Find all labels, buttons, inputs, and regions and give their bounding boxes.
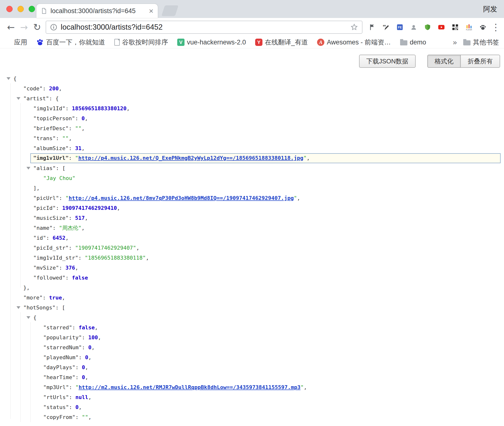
- json-line: "img1v1Id_str": "18569651883380118",: [0, 253, 504, 263]
- forward-icon[interactable]: →: [17, 22, 31, 33]
- reload-icon[interactable]: ↻: [31, 22, 44, 33]
- json-line: "alias": [: [0, 163, 504, 173]
- qr-code-extension-icon[interactable]: [450, 22, 460, 32]
- bookmarks-overflow-icon[interactable]: »: [453, 38, 457, 46]
- json-line: "Jay Chou": [0, 173, 504, 183]
- json-punctuation: ,: [82, 125, 85, 131]
- bookmark-item[interactable]: Vvue-hackernews-2.0: [177, 39, 246, 46]
- new-tab-button[interactable]: [161, 5, 178, 16]
- bookmark-label: 在线翻译_有道: [265, 38, 308, 47]
- collapse-triangle-icon[interactable]: [7, 77, 10, 80]
- page-info-icon[interactable]: [50, 24, 57, 31]
- fe-extension-icon[interactable]: FE: [395, 22, 405, 32]
- flag-extension-icon[interactable]: [367, 22, 377, 32]
- browser-tab[interactable]: localhost:3000/artists?id=645 ×: [36, 4, 158, 18]
- bookmark-item[interactable]: 百度一下，你就知道: [36, 38, 105, 47]
- close-window-icon[interactable]: [6, 6, 13, 12]
- json-key: "id": [33, 235, 46, 241]
- bookmark-item[interactable]: Y在线翻译_有道: [255, 38, 308, 47]
- json-url-link[interactable]: http://p4.music.126.net/Q_ExePNkmgB2yWyL…: [78, 155, 303, 161]
- download-json-button[interactable]: 下载JSON数据: [359, 55, 416, 68]
- page-bookmark-icon: [114, 39, 120, 46]
- json-punctuation: ,: [81, 225, 84, 231]
- json-url-link[interactable]: http://p4.music.126.net/8mv7qP30Pd3oHW8b…: [69, 195, 294, 201]
- other-bookmarks-folder[interactable]: 其他书签: [463, 38, 499, 47]
- bookmark-item[interactable]: 谷歌按时间排序: [114, 38, 168, 47]
- json-key: "followed": [33, 275, 65, 281]
- json-key: "img1v1Id": [33, 105, 65, 111]
- json-key: "name": [33, 225, 52, 231]
- json-value-string: ": [301, 384, 304, 390]
- json-punctuation: :: [56, 205, 62, 211]
- browser-menu-icon[interactable]: ⋮: [491, 22, 500, 33]
- json-punctuation: :: [56, 165, 62, 171]
- json-punctuation: ,: [88, 354, 91, 360]
- json-key: "albumSize": [33, 145, 69, 151]
- json-punctuation: ,: [85, 115, 88, 121]
- json-punctuation: ,: [82, 145, 85, 151]
- translate-pen-icon[interactable]: en: [381, 22, 391, 32]
- json-line: "hotSongs": [: [0, 303, 504, 313]
- apps-shortcut[interactable]: 应用: [5, 38, 27, 47]
- format-button[interactable]: 格式化: [427, 55, 461, 68]
- json-value-number: null: [75, 394, 88, 400]
- json-punctuation: ,: [136, 245, 139, 251]
- json-value-number: 200: [49, 85, 59, 92]
- json-value-number: false: [79, 324, 95, 331]
- json-url-link[interactable]: http://m2.music.126.net/RMJR7wDullRqppBk…: [79, 384, 301, 390]
- json-line: "starredNum": 0,: [0, 342, 504, 352]
- shield-extension-icon[interactable]: [423, 22, 432, 32]
- json-punctuation: :: [75, 115, 82, 121]
- window-controls: [6, 6, 35, 12]
- json-punctuation: ,: [85, 215, 88, 221]
- profile-extension-icon[interactable]: [409, 22, 419, 32]
- json-value-string: "19097417462929407": [75, 245, 136, 251]
- json-key: "popularity": [43, 334, 82, 341]
- bookmark-item[interactable]: AAwesomes - 前端资…: [317, 38, 391, 47]
- json-value-string: ": [75, 155, 78, 161]
- json-line: "img1v1Id": 18569651883380120,: [0, 103, 504, 113]
- json-tree: {"code": 200,"artist": {"img1v1Id": 1856…: [0, 70, 504, 422]
- browser-toolbar: ← → ↻ localhost:3000/artists?id=6452 en …: [0, 18, 504, 36]
- json-key: "trans": [33, 135, 56, 141]
- paw-extension-icon[interactable]: [478, 22, 488, 32]
- fullscreen-window-icon[interactable]: [29, 6, 35, 12]
- json-key: "picId_str": [33, 245, 69, 251]
- collapse-triangle-icon[interactable]: [26, 167, 30, 170]
- json-key: "artist": [23, 95, 49, 102]
- collapse-all-button[interactable]: 折叠所有: [461, 55, 500, 68]
- url-text[interactable]: localhost:3000/artists?id=6452: [61, 23, 350, 32]
- bookmark-item[interactable]: demo: [400, 39, 426, 46]
- json-punctuation: :: [69, 245, 75, 251]
- collapse-triangle-icon[interactable]: [17, 306, 20, 309]
- json-punctuation: ,: [126, 105, 130, 111]
- extensions-area: en FE PLAYER: [367, 22, 488, 32]
- bookmark-star-icon[interactable]: [350, 23, 358, 31]
- bookmark-label: demo: [410, 39, 426, 46]
- json-punctuation: ,: [307, 155, 310, 161]
- json-punctuation: :: [56, 135, 62, 141]
- json-value-string: ": [303, 155, 307, 161]
- json-punctuation: :: [55, 305, 62, 311]
- json-line: "briefDesc": "",: [0, 123, 504, 133]
- json-line: "dayPlays": 0,: [0, 362, 504, 372]
- tab-close-icon[interactable]: ×: [149, 7, 153, 15]
- json-key: "hearTime": [43, 374, 75, 380]
- json-line: "name": "周杰伦",: [0, 223, 504, 233]
- json-line: "code": 200,: [0, 84, 504, 94]
- json-value-number: 0: [75, 404, 78, 410]
- youtube-extension-icon[interactable]: [437, 22, 446, 32]
- player-extension-icon[interactable]: PLAYER: [464, 22, 474, 32]
- svg-text:en: en: [383, 24, 386, 27]
- json-key: "playedNum": [43, 354, 79, 360]
- json-punctuation: ,: [62, 295, 65, 301]
- json-punctuation: :: [49, 95, 56, 102]
- address-bar[interactable]: localhost:3000/artists?id=6452: [46, 21, 362, 34]
- minimize-window-icon[interactable]: [17, 6, 24, 12]
- collapse-triangle-icon[interactable]: [17, 97, 20, 100]
- collapse-triangle-icon[interactable]: [26, 316, 30, 319]
- back-icon[interactable]: ←: [4, 22, 17, 33]
- json-value-number: 19097417462929410: [62, 205, 117, 211]
- json-punctuation: {: [33, 315, 36, 321]
- json-line: "rtUrls": null,: [0, 392, 504, 402]
